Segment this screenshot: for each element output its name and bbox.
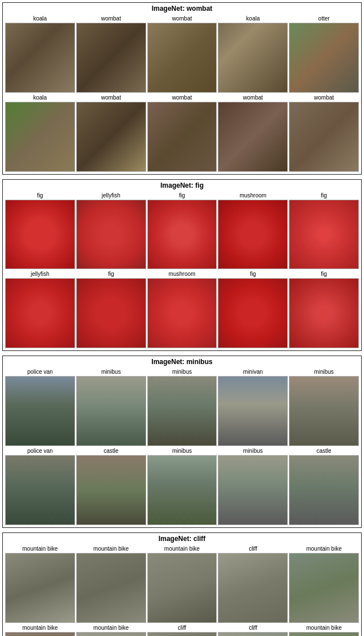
label: police van: [27, 368, 53, 375]
list-item: wombat: [218, 94, 288, 172]
image: [76, 23, 146, 93]
image: [289, 200, 359, 270]
label: cliff: [178, 624, 187, 631]
image: [5, 632, 75, 636]
label: mountain bike: [22, 545, 57, 552]
label: wombat: [172, 15, 192, 22]
image: [76, 376, 146, 446]
list-item: wombat: [147, 94, 217, 172]
label: koala: [33, 94, 47, 101]
section-cliff-title: ImageNet: cliff: [3, 533, 361, 544]
list-item: cliff: [218, 545, 288, 623]
image: [289, 23, 359, 93]
list-item: cliff: [147, 624, 217, 636]
label: mountain bike: [22, 624, 57, 631]
image: [76, 553, 146, 623]
label: minibus: [172, 368, 192, 375]
label: fig: [179, 192, 185, 199]
list-item: fig: [289, 192, 359, 270]
list-item: police van: [5, 368, 75, 446]
image: [218, 102, 288, 172]
image: [76, 632, 146, 636]
cliff-grid: mountain bike mountain bike mountain bik…: [3, 544, 361, 636]
image: [5, 278, 75, 348]
list-item: minibus: [76, 368, 146, 446]
label: castle: [317, 447, 332, 455]
list-item: mountain bike: [147, 545, 217, 623]
image: [5, 102, 75, 172]
label: fig: [108, 270, 114, 278]
image: [147, 23, 217, 93]
image: [218, 455, 288, 525]
label: mushroom: [239, 192, 266, 199]
list-item: fig: [147, 192, 217, 270]
label: minivan: [243, 368, 263, 375]
label: wombat: [243, 94, 263, 101]
list-item: castle: [76, 447, 146, 525]
label: castle: [104, 447, 118, 455]
section-wombat-title: ImageNet: wombat: [3, 3, 361, 14]
label: fig: [37, 192, 43, 199]
image: [218, 553, 288, 623]
list-item: minibus: [147, 447, 217, 525]
image: [289, 278, 359, 348]
section-minibus-title: ImageNet: minibus: [3, 356, 361, 367]
image: [147, 455, 217, 525]
image: [147, 278, 217, 348]
label: jellyfish: [31, 270, 49, 278]
fig-grid: fig jellyfish fig mushroom fig jellyfish: [3, 191, 361, 351]
section-minibus: ImageNet: minibus police van minibus min…: [2, 356, 362, 528]
label: koala: [246, 15, 260, 22]
label: jellyfish: [102, 192, 121, 199]
image: [218, 376, 288, 446]
list-item: koala: [5, 15, 75, 93]
label: fig: [250, 270, 257, 278]
list-item: castle: [289, 447, 359, 525]
section-cliff: ImageNet: cliff mountain bike mountain b…: [2, 532, 362, 636]
list-item: minibus: [289, 368, 359, 446]
label: minibus: [172, 447, 192, 455]
image: [76, 455, 146, 525]
list-item: jellyfish: [5, 270, 75, 348]
image: [289, 455, 359, 525]
list-item: mountain bike: [5, 545, 75, 623]
wombat-grid-row1: koala wombat wombat koala otter koala: [3, 14, 361, 174]
list-item: fig: [76, 270, 146, 348]
label: wombat: [101, 15, 121, 22]
label: mountain bike: [93, 545, 129, 552]
image: [5, 23, 75, 93]
image: [218, 23, 288, 93]
image: [289, 102, 359, 172]
image: [5, 455, 75, 525]
list-item: fig: [218, 270, 288, 348]
label: mountain bike: [306, 545, 341, 552]
list-item: otter: [289, 15, 359, 93]
image: [76, 102, 146, 172]
list-item: mountain bike: [289, 545, 359, 623]
image: [218, 278, 288, 348]
image: [76, 200, 146, 270]
image: [147, 553, 217, 623]
label: cliff: [249, 545, 257, 552]
label: police van: [27, 447, 53, 455]
list-item: mushroom: [147, 270, 217, 348]
list-item: mountain bike: [76, 624, 146, 636]
image: [289, 376, 359, 446]
image: [147, 102, 217, 172]
label: koala: [33, 15, 47, 22]
section-wombat: ImageNet: wombat koala wombat wombat koa…: [2, 2, 362, 175]
label: mushroom: [168, 270, 195, 278]
image: [147, 200, 217, 270]
image: [5, 376, 75, 446]
list-item: mountain bike: [5, 624, 75, 636]
label: minibus: [101, 368, 121, 375]
label: minibus: [314, 368, 333, 375]
label: fig: [321, 192, 327, 199]
list-item: minibus: [147, 368, 217, 446]
label: wombat: [314, 94, 334, 101]
image: [289, 632, 359, 636]
image: [289, 553, 359, 623]
label: cliff: [249, 624, 257, 631]
list-item: jellyfish: [76, 192, 146, 270]
image: [5, 200, 75, 270]
